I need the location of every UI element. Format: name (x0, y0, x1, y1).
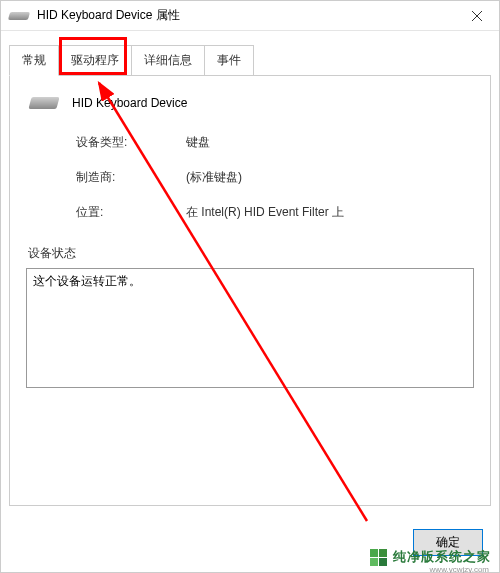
watermark-text: 纯净版系统之家 (393, 548, 491, 566)
keyboard-title-icon (8, 12, 30, 20)
tab-general[interactable]: 常规 (9, 45, 59, 76)
watermark-logo-icon (370, 549, 387, 566)
manufacturer-value: (标准键盘) (186, 169, 242, 186)
status-textbox[interactable]: 这个设备运转正常。 (26, 268, 474, 388)
tab-events[interactable]: 事件 (204, 45, 254, 75)
location-value: 在 Intel(R) HID Event Filter 上 (186, 204, 344, 221)
titlebar: HID Keyboard Device 属性 (1, 1, 499, 31)
window-title: HID Keyboard Device 属性 (37, 7, 491, 24)
type-value: 键盘 (186, 134, 210, 151)
location-label: 位置: (76, 204, 186, 221)
status-section: 设备状态 这个设备运转正常。 (26, 245, 474, 391)
keyboard-icon (28, 97, 59, 109)
watermark-url: www.ycwjzy.com (430, 565, 489, 573)
tab-driver[interactable]: 驱动程序 (58, 45, 132, 75)
tab-details[interactable]: 详细信息 (131, 45, 205, 75)
watermark: 纯净版系统之家 (370, 548, 491, 566)
info-row-type: 设备类型: 键盘 (76, 134, 474, 151)
device-header: HID Keyboard Device (26, 96, 474, 110)
tab-content-general: HID Keyboard Device 设备类型: 键盘 制造商: (标准键盘)… (9, 76, 491, 506)
info-row-location: 位置: 在 Intel(R) HID Event Filter 上 (76, 204, 474, 221)
close-button[interactable] (454, 1, 499, 31)
device-info-table: 设备类型: 键盘 制造商: (标准键盘) 位置: 在 Intel(R) HID … (76, 134, 474, 221)
device-name: HID Keyboard Device (72, 96, 187, 110)
manufacturer-label: 制造商: (76, 169, 186, 186)
close-icon (472, 11, 482, 21)
content-area: 常规 驱动程序 详细信息 事件 HID Keyboard Device 设备类型… (1, 31, 499, 522)
tab-bar: 常规 驱动程序 详细信息 事件 (9, 45, 491, 76)
info-row-manufacturer: 制造商: (标准键盘) (76, 169, 474, 186)
properties-dialog: HID Keyboard Device 属性 常规 驱动程序 详细信息 事件 H… (0, 0, 500, 573)
type-label: 设备类型: (76, 134, 186, 151)
status-label: 设备状态 (28, 245, 474, 262)
